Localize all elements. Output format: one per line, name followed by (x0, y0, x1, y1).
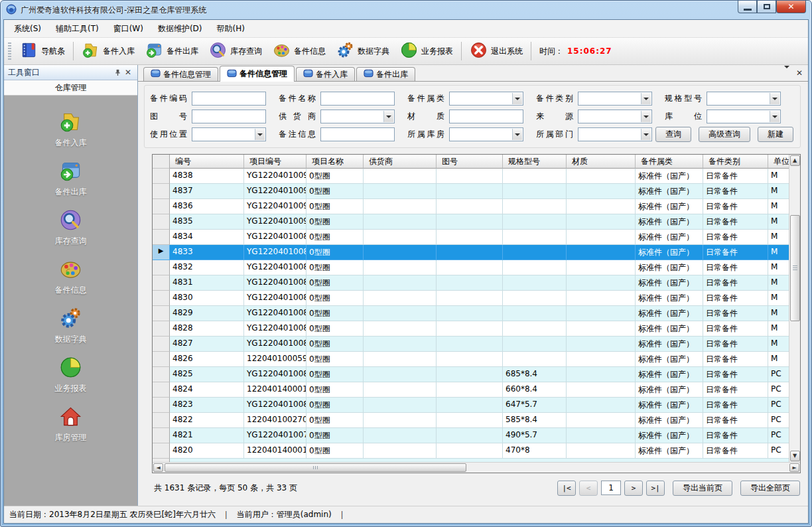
grid-cell[interactable] (364, 214, 437, 230)
grid-cell[interactable] (364, 367, 437, 382)
grid-cell[interactable]: YG12204010079 (244, 428, 306, 443)
grid-cell[interactable]: 0型圈 (306, 214, 364, 230)
grid-cell[interactable]: 4822 (170, 413, 244, 428)
row-indicator[interactable] (153, 184, 170, 199)
material-input[interactable] (449, 110, 523, 123)
grid-cell[interactable]: 1220401400013 (244, 443, 306, 459)
close-panel-icon[interactable]: ✕ (123, 67, 133, 78)
toolbar-parts-inbound-button[interactable]: 备件入库 (76, 39, 140, 63)
grid-row[interactable]: 482212204010027000型圈585*8.4标准件（国产）日常备件PC (153, 413, 789, 428)
grid-cell[interactable]: M (768, 214, 789, 230)
grid-cell[interactable] (567, 230, 636, 245)
grid-cell[interactable]: 4836 (170, 199, 244, 214)
pin-icon[interactable] (112, 67, 123, 78)
grid-cell[interactable]: 4830 (170, 291, 244, 306)
tab-list-dropdown-icon[interactable] (784, 68, 789, 78)
part-name-input[interactable] (320, 92, 395, 106)
grid-cell[interactable] (437, 199, 503, 214)
grid-row[interactable]: 4834YG122040100890型圈标准件（国产）日常备件M (153, 230, 789, 245)
part-class-select[interactable] (578, 92, 652, 106)
grid-cell[interactable]: M (768, 169, 789, 184)
toolbar-grip[interactable] (8, 42, 11, 60)
usage-position-select[interactable] (192, 127, 266, 141)
scroll-left-icon[interactable]: ◄ (153, 463, 163, 472)
grid-cell[interactable] (503, 291, 567, 306)
grid-cell[interactable]: 标准件（国产） (636, 291, 703, 306)
grid-cell[interactable]: PC (768, 367, 789, 382)
grid-cell[interactable]: M (768, 199, 789, 214)
grid-cell[interactable]: 0型圈 (306, 275, 364, 291)
grid-cell[interactable] (437, 184, 503, 199)
grid-cell[interactable] (364, 291, 437, 306)
grid-column-header[interactable]: 备件类别 (703, 155, 768, 169)
grid-cell[interactable] (437, 169, 503, 184)
grid-row[interactable]: 4836YG122040100910型圈标准件（国产）日常备件M (153, 199, 789, 214)
grid-cell[interactable]: 日常备件 (703, 291, 768, 306)
grid-cell[interactable]: 1220401400012 (244, 382, 306, 398)
grid-cell[interactable] (503, 184, 567, 199)
grid-cell[interactable]: 日常备件 (703, 398, 768, 413)
grid-cell[interactable]: YG12204010087 (244, 260, 306, 275)
grid-cell[interactable]: 4835 (170, 214, 244, 230)
sidebar-item-parts-inbound[interactable]: 备件入库 (31, 110, 111, 149)
grid-cell[interactable]: 标准件（国产） (636, 245, 703, 260)
row-indicator[interactable] (153, 398, 170, 413)
grid-cell[interactable] (567, 260, 636, 275)
grid-cell[interactable] (437, 367, 503, 382)
row-indicator[interactable] (153, 306, 170, 321)
grid-cell[interactable]: M (768, 306, 789, 321)
vertical-scrollbar[interactable]: ▲ ▼ (789, 155, 800, 462)
grid-row[interactable]: 4828YG122040100830型圈标准件（国产）日常备件M (153, 321, 789, 337)
grid-cell[interactable] (437, 382, 503, 398)
grid-cell[interactable]: 日常备件 (703, 169, 768, 184)
grid-cell[interactable]: 1220401002700 (244, 413, 306, 428)
grid-cell[interactable]: PC (768, 443, 789, 459)
grid-cell[interactable]: 0型圈 (306, 184, 364, 199)
grid-row[interactable]: 4829YG122040100840型圈标准件（国产）日常备件M (153, 306, 789, 321)
close-button[interactable]: ✕ (776, 1, 806, 13)
grid-cell[interactable] (503, 306, 567, 321)
next-page-button[interactable]: > (624, 481, 643, 496)
toolbar-business-report-button[interactable]: 业务报表 (395, 39, 458, 63)
grid-cell[interactable] (437, 230, 503, 245)
grid-cell[interactable] (503, 214, 567, 230)
grid-cell[interactable]: 标准件（国产） (636, 169, 703, 184)
grid-cell[interactable]: M (768, 275, 789, 291)
advanced-query-button[interactable]: 高级查询 (699, 127, 750, 142)
tab-parts-inbound[interactable]: 备件入库 (296, 67, 355, 81)
export-current-page-button[interactable]: 导出当前页 (673, 481, 732, 496)
toolbar-parts-info-button[interactable]: 备件信息 (267, 39, 331, 63)
grid-cell[interactable]: PC (768, 382, 789, 398)
grid-cell[interactable]: PC (768, 398, 789, 413)
grid-cell[interactable]: 日常备件 (703, 443, 768, 459)
grid-row[interactable]: 4827YG122040100820型圈标准件（国产）日常备件M (153, 337, 789, 352)
grid-cell[interactable]: 0型圈 (306, 260, 364, 275)
grid-cell[interactable]: 日常备件 (703, 382, 768, 398)
grid-cell[interactable]: 0型圈 (306, 382, 364, 398)
row-indicator[interactable] (153, 321, 170, 337)
tab-parts-outbound[interactable]: 备件出库 (356, 67, 415, 81)
grid-cell[interactable]: 4821 (170, 428, 244, 443)
row-indicator[interactable] (153, 214, 170, 230)
last-page-button[interactable]: >| (646, 481, 665, 496)
grid-cell[interactable]: 标准件（国产） (636, 382, 703, 398)
toolbar-parts-outbound-button[interactable]: 备件出库 (140, 39, 204, 63)
grid-cell[interactable]: PC (768, 428, 789, 443)
grid-column-header[interactable]: 编号 (170, 155, 244, 169)
supplier-select[interactable] (320, 110, 395, 123)
row-indicator[interactable] (153, 367, 170, 382)
grid-cell[interactable]: 标准件（国产） (636, 337, 703, 352)
menu-aux-tools[interactable]: 辅助工具(T) (48, 20, 106, 38)
grid-row[interactable]: 4823YG122040100800型圈647*5.7标准件（国产）日常备件PC (153, 398, 789, 413)
grid-cell[interactable]: 日常备件 (703, 275, 768, 291)
grid-cell[interactable] (364, 413, 437, 428)
drawing-no-input[interactable] (192, 110, 266, 123)
scroll-right-icon[interactable]: ► (789, 463, 799, 472)
grid-cell[interactable] (437, 352, 503, 367)
row-indicator[interactable] (153, 443, 170, 459)
grid-cell[interactable]: 日常备件 (703, 367, 768, 382)
vertical-scroll-thumb[interactable] (790, 215, 800, 321)
grid-cell[interactable]: 标准件（国产） (636, 398, 703, 413)
grid-cell[interactable] (567, 184, 636, 199)
grid-cell[interactable]: 日常备件 (703, 337, 768, 352)
